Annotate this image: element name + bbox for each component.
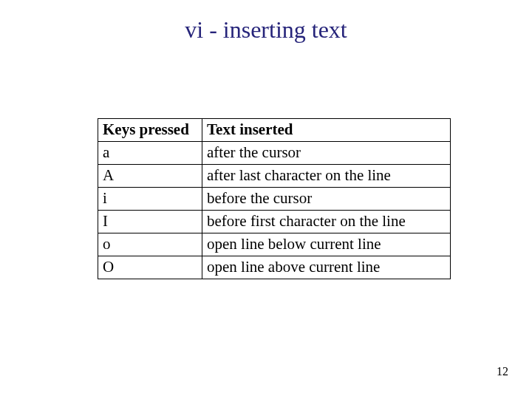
cell-key: a — [98, 142, 202, 165]
vi-insert-table: Keys pressed Text inserted a after the c… — [98, 118, 451, 279]
cell-key: i — [98, 188, 202, 211]
table-header-row: Keys pressed Text inserted — [98, 119, 451, 142]
slide-title: vi - inserting text — [0, 16, 532, 44]
cell-text: before the cursor — [202, 188, 451, 211]
header-keys-pressed: Keys pressed — [98, 119, 202, 142]
table-row: o open line below current line — [98, 233, 451, 256]
cell-key: O — [98, 256, 202, 279]
cell-key: I — [98, 211, 202, 233]
slide: vi - inserting text Keys pressed Text in… — [0, 0, 532, 399]
cell-text: open line above current line — [202, 256, 451, 279]
table-row: i before the cursor — [98, 188, 451, 211]
table-row: a after the cursor — [98, 142, 451, 165]
header-text-inserted: Text inserted — [202, 119, 451, 142]
table-row: I before first character on the line — [98, 211, 451, 233]
cell-text: after last character on the line — [202, 165, 451, 188]
page-number: 12 — [497, 365, 508, 378]
cell-key: A — [98, 165, 202, 188]
table-row: A after last character on the line — [98, 165, 451, 188]
cell-text: before first character on the line — [202, 211, 451, 233]
cell-key: o — [98, 233, 202, 256]
cell-text: open line below current line — [202, 233, 451, 256]
table-row: O open line above current line — [98, 256, 451, 279]
cell-text: after the cursor — [202, 142, 451, 165]
